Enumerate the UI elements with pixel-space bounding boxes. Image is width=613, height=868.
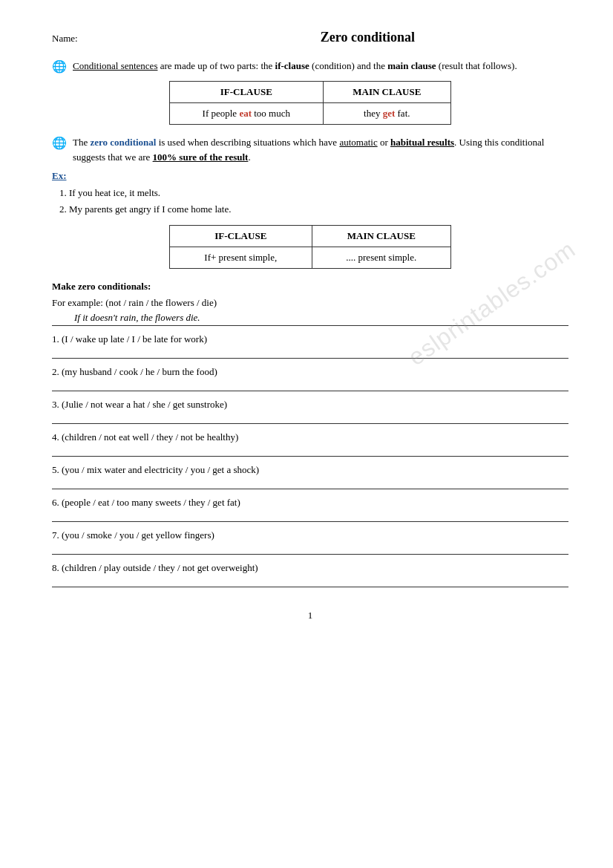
example-answer: If it doesn't rain, the flowers die.	[52, 312, 568, 326]
exercise-5: 5. (you / mix water and electricity / yo…	[52, 464, 568, 489]
exercise-8: 8. (children / play outside / they / not…	[52, 562, 568, 587]
sure-result-phrase: 100% sure of the result	[153, 151, 249, 163]
get-word: get	[383, 108, 396, 119]
exercise-3-line	[52, 411, 568, 424]
exercise-8-text: 8. (children / play outside / they / not…	[52, 562, 258, 573]
exercises-section: Make zero conditionals: For example: (no…	[52, 281, 568, 587]
if-clause-term: if-clause	[275, 60, 309, 71]
ex-label: Ex:	[52, 170, 568, 182]
conditional-sentences-text: Conditional sentences	[73, 60, 157, 71]
exercise-2: 2. (my husband / cook / he / burn the fo…	[52, 366, 568, 391]
main-clause-term: main clause	[387, 60, 436, 71]
exercise-1-line	[52, 345, 568, 359]
bullet-icon-2: 🌐	[52, 136, 67, 150]
examples-list: 1. If you heat ice, it melts. 2. My pare…	[59, 185, 568, 218]
bullet-text-2: The zero conditional is used when descri…	[73, 135, 568, 164]
exercise-5-line	[52, 476, 568, 489]
bullet-text-part3: (condition) and the	[312, 60, 387, 71]
page-title: Zero conditional	[167, 30, 568, 45]
example-2: 2. My parents get angry if I come home l…	[59, 201, 568, 218]
bullet-icon-1: 🌐	[52, 59, 67, 74]
bullet-text-part2: are made up of two parts: the	[160, 60, 275, 71]
exercise-1-text: 1. (I / wake up late / I / be late for w…	[52, 333, 207, 345]
table2-cell-if: If+ present simple,	[170, 247, 312, 269]
exercise-7-text: 7. (you / smoke / you / get yellow finge…	[52, 529, 214, 541]
exercise-6: 6. (people / eat / too many sweets / the…	[52, 497, 568, 522]
exercise-2-text: 2. (my husband / cook / he / burn the fo…	[52, 366, 217, 377]
bullet-text-1: Conditional sentences are made up of two…	[73, 59, 517, 74]
eat-word: eat	[239, 108, 252, 119]
section-2: 🌐 The zero conditional is used when desc…	[52, 135, 568, 269]
exercise-4: 4. (children / not eat well / they / not…	[52, 431, 568, 457]
table-1: IF-CLAUSE MAIN CLAUSE If people eat too …	[169, 81, 451, 125]
section-1: 🌐 Conditional sentences are made up of t…	[52, 59, 568, 125]
zero-conditional-term: zero conditional	[90, 137, 156, 148]
exercise-8-line	[52, 574, 568, 587]
exercise-3: 3. (Julie / not wear a hat / she / get s…	[52, 399, 568, 424]
name-label: Name:	[52, 33, 78, 45]
table2-header-if: IF-CLAUSE	[170, 226, 312, 247]
header: Name: Zero conditional	[52, 30, 568, 45]
page-number: 1	[52, 610, 568, 621]
exercise-6-text: 6. (people / eat / too many sweets / the…	[52, 497, 240, 508]
automatic-word: automatic	[339, 137, 377, 148]
exercise-4-text: 4. (children / not eat well / they / not…	[52, 431, 238, 443]
for-example-label: For example: (not / rain / the flowers /…	[52, 297, 568, 309]
bullet-text-part4: (result that follows).	[439, 60, 517, 71]
table-2: IF-CLAUSE MAIN CLAUSE If+ present simple…	[169, 225, 451, 269]
exercises-title: Make zero conditionals:	[52, 281, 568, 293]
table2-header-main: MAIN CLAUSE	[312, 226, 450, 247]
exercise-4-line	[52, 443, 568, 457]
table1-row: If people eat too much they get fat.	[170, 103, 451, 125]
bullet-row-2: 🌐 The zero conditional is used when desc…	[52, 135, 568, 164]
table1-cell-main: they get fat.	[323, 103, 450, 125]
table1-header-if: IF-CLAUSE	[170, 82, 324, 103]
exercise-6-line	[52, 509, 568, 522]
bullet-row-1: 🌐 Conditional sentences are made up of t…	[52, 59, 568, 74]
table1-header-main: MAIN CLAUSE	[323, 82, 450, 103]
table2-cell-main: .... present simple.	[312, 247, 450, 269]
table1-cell-if: If people eat too much	[170, 103, 324, 125]
exercise-5-text: 5. (you / mix water and electricity / yo…	[52, 464, 259, 475]
exercise-3-text: 3. (Julie / not wear a hat / she / get s…	[52, 399, 227, 410]
habitual-results-term: habitual results	[390, 137, 454, 148]
exercise-2-line	[52, 378, 568, 391]
table2-row: If+ present simple, .... present simple.	[170, 247, 451, 269]
example-1: 1. If you heat ice, it melts.	[59, 185, 568, 201]
exercise-7-line	[52, 541, 568, 555]
exercise-7: 7. (you / smoke / you / get yellow finge…	[52, 529, 568, 555]
exercise-1: 1. (I / wake up late / I / be late for w…	[52, 333, 568, 359]
